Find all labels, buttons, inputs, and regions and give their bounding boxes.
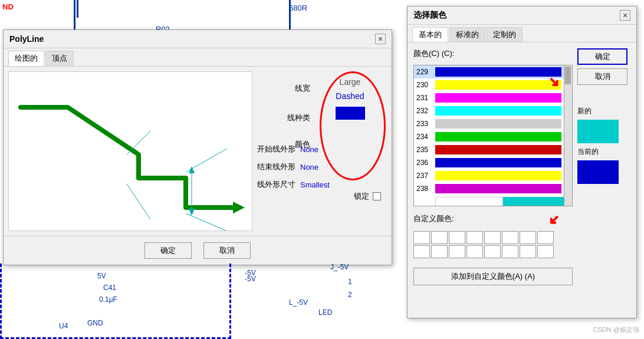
linetype-label: 线种类	[287, 113, 310, 123]
schematic-bottom: 5V C41 0.1μF GND U4 -5V -5V J_-5V 1 2 L_…	[0, 262, 644, 339]
color-num-230: 230	[416, 81, 435, 89]
color-num-238: 238	[416, 185, 435, 193]
svg-marker-7	[189, 209, 195, 216]
color-row-237[interactable]: 237	[414, 169, 572, 182]
polyline-content: 线宽 线种类 颜色 Large Dashed 开始线外形 None 结束线外形	[4, 67, 392, 236]
l5neg-label: L_-5V	[289, 298, 308, 307]
shape-size-label: 线外形尺寸	[257, 179, 295, 190]
color-picker-close-button[interactable]: ×	[620, 10, 630, 21]
start-shape-label: 开始线外形	[257, 144, 295, 154]
color-row-232[interactable]: 232	[414, 104, 572, 117]
color-row-229[interactable]: 229	[414, 65, 572, 78]
nd-label: ND	[2, 2, 14, 11]
color-tab-custom[interactable]: 定制的	[487, 27, 523, 42]
color-row-231[interactable]: 231	[414, 91, 572, 104]
custom-color-12[interactable]	[466, 245, 483, 258]
color-row-233[interactable]: 233	[414, 117, 572, 130]
cap-label: 0.1μF	[99, 295, 117, 304]
polyline-ok-button[interactable]: 确定	[144, 242, 192, 259]
color-scrollbar[interactable]	[564, 65, 572, 206]
color-row-235[interactable]: 235	[414, 143, 572, 156]
5vneg-label2: -5V	[245, 275, 256, 283]
led-label: LED	[318, 308, 332, 317]
color-swatch-232	[435, 106, 561, 116]
color-row-238[interactable]: 238	[414, 182, 572, 195]
polyline-dialog-buttons: 确定 取消	[4, 236, 392, 265]
color-row-last[interactable]	[414, 195, 572, 206]
end-shape-value: None	[300, 163, 318, 172]
custom-color-2[interactable]	[431, 231, 448, 244]
color-swatch-230	[435, 80, 561, 90]
polyline-dialog: PolyLine × 绘图的 顶点	[3, 29, 392, 265]
custom-color-10[interactable]	[431, 245, 448, 258]
new-color-label: 新的	[577, 106, 592, 116]
color-num-232: 232	[416, 107, 435, 115]
end-shape-label: 结束线外形	[257, 162, 295, 172]
c41-label: C41	[103, 284, 116, 292]
custom-color-15[interactable]	[520, 245, 536, 258]
svg-line-2	[186, 213, 227, 231]
custom-color-1[interactable]	[413, 231, 430, 244]
color-swatch-231	[435, 93, 561, 103]
shape-size-value: Smallest	[300, 180, 330, 189]
custom-color-7[interactable]	[520, 231, 536, 244]
vline2	[77, 0, 78, 18]
tab-vertex[interactable]: 顶点	[45, 51, 74, 66]
5v-label: 5V	[97, 272, 106, 280]
color-ok-button[interactable]: 确定	[577, 48, 627, 65]
lock-label: 锁定	[354, 191, 369, 202]
r680-label: 680R	[289, 4, 307, 12]
lock-checkbox[interactable]	[373, 192, 381, 200]
line-width-value: Large	[319, 77, 381, 87]
tab-draw[interactable]: 绘图的	[8, 51, 44, 66]
color-num-229: 229	[416, 68, 435, 76]
color-swatch-235	[435, 145, 561, 154]
j5neg-label: J_-5V	[330, 263, 349, 271]
color-swatch-229	[435, 67, 561, 77]
custom-color-16[interactable]	[537, 245, 554, 258]
custom-color-4[interactable]	[466, 231, 483, 244]
color-num-236: 236	[416, 159, 435, 167]
custom-color-13[interactable]	[484, 245, 501, 258]
color-cancel-button[interactable]: 取消	[577, 68, 627, 85]
vline1	[74, 0, 75, 29]
color-list-label: 颜色(C) (C):	[413, 48, 573, 59]
new-color-swatch	[577, 120, 619, 143]
color-swatch[interactable]	[336, 107, 365, 120]
color-tab-standard[interactable]: 标准的	[449, 27, 485, 42]
polyline-tabs: 绘图的 顶点	[4, 48, 392, 67]
custom-color-14[interactable]	[502, 245, 518, 258]
color-picker-titlebar: 选择颜色 ×	[408, 6, 636, 25]
color-row-234[interactable]: 234	[414, 130, 572, 143]
polyline-title: PolyLine	[9, 34, 44, 44]
last-white-swatch	[435, 197, 503, 206]
scrollbar-thumb[interactable]	[565, 67, 571, 84]
start-shape-value: None	[300, 145, 318, 154]
color-swatch-234	[435, 132, 561, 141]
color-tab-basic[interactable]: 基本的	[412, 27, 448, 42]
color-swatch-237	[435, 171, 561, 180]
color-num-234: 234	[416, 133, 435, 141]
svg-line-3	[127, 131, 150, 154]
polyline-titlebar: PolyLine ×	[4, 30, 392, 48]
polyline-cancel-button[interactable]: 取消	[203, 242, 251, 259]
polyline-canvas	[8, 71, 252, 231]
custom-color-8[interactable]	[537, 231, 554, 244]
polyline-close-button[interactable]: ×	[375, 34, 386, 44]
current-color-label: 当前的	[577, 147, 599, 157]
color-row-236[interactable]: 236	[414, 156, 572, 169]
last-teal-swatch	[503, 197, 570, 206]
polyline-svg	[9, 72, 252, 231]
custom-colors-grid	[413, 231, 573, 258]
custom-color-9[interactable]	[413, 245, 430, 258]
color-num-231: 231	[416, 94, 435, 102]
color-swatch-233	[435, 119, 561, 129]
custom-color-5[interactable]	[484, 231, 501, 244]
custom-color-11[interactable]	[449, 245, 465, 258]
svg-marker-0	[233, 202, 245, 213]
color-picker-title: 选择颜色	[413, 10, 446, 21]
custom-color-3[interactable]	[449, 231, 465, 244]
color-swatch-238	[435, 184, 561, 193]
linewidth-label: 线宽	[295, 83, 310, 94]
custom-color-6[interactable]	[502, 231, 518, 244]
